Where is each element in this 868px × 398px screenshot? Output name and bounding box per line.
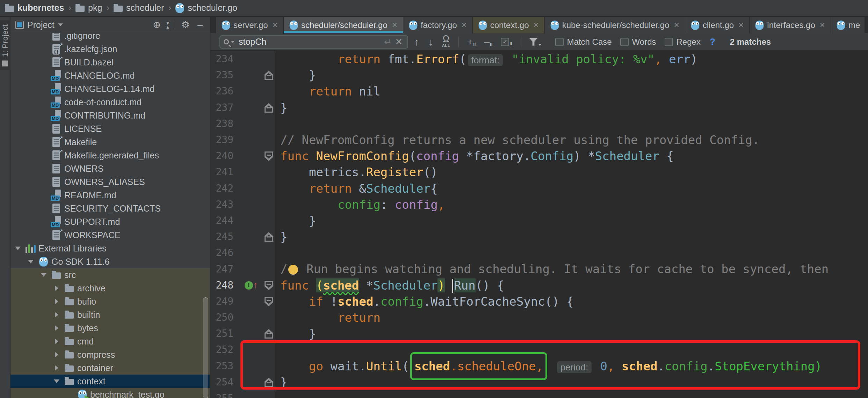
close-icon[interactable]: × bbox=[462, 20, 467, 30]
close-icon[interactable]: × bbox=[674, 20, 679, 30]
project-tool-window-button[interactable]: 1: Project bbox=[0, 20, 10, 70]
tab-me[interactable]: me bbox=[831, 17, 865, 33]
tree-item-code-of-conduct-md[interactable]: code-of-conduct.md bbox=[10, 95, 210, 109]
select-all-occurrences-icon[interactable]: ✓II bbox=[498, 38, 515, 46]
previous-occurrence-icon[interactable]: ↑ bbox=[411, 37, 422, 47]
chevron-down-icon[interactable] bbox=[58, 23, 63, 26]
tab-interfaces-go[interactable]: interfaces.go× bbox=[750, 17, 831, 33]
breadcrumb-item[interactable]: scheduler.go bbox=[175, 3, 237, 13]
tree-item-SECURITY-CONTACTS[interactable]: SECURITY_CONTACTS bbox=[10, 202, 210, 215]
code-line-238[interactable]: 238 bbox=[210, 116, 868, 132]
remove-selection-icon[interactable]: –II bbox=[481, 37, 495, 47]
breadcrumb-item[interactable]: pkg bbox=[75, 3, 102, 13]
search-history-chevron-icon[interactable] bbox=[231, 41, 234, 43]
expand-arrow-icon[interactable] bbox=[13, 247, 22, 250]
code-line-242[interactable]: 242return &Scheduler{ bbox=[210, 180, 868, 197]
fold-end-icon[interactable] bbox=[265, 71, 273, 80]
code-line-244[interactable]: 244} bbox=[210, 213, 868, 229]
fold-end-icon[interactable] bbox=[265, 378, 273, 387]
code-line-245[interactable]: 245} bbox=[210, 229, 868, 245]
fold-end-icon[interactable] bbox=[265, 329, 273, 339]
clear-search-icon[interactable]: ✕ bbox=[394, 37, 404, 47]
tree-item-SUPPORT-md[interactable]: SUPPORT.md bbox=[10, 215, 210, 228]
new-line-icon[interactable]: ↵ bbox=[384, 36, 392, 48]
code-line-246[interactable]: 246 bbox=[210, 245, 868, 261]
gear-icon[interactable]: ⚙ bbox=[179, 20, 192, 30]
tree-item-bytes[interactable]: bytes bbox=[10, 321, 210, 335]
close-icon[interactable]: × bbox=[273, 20, 278, 30]
tab-kube-scheduler-scheduler-go[interactable]: kube-scheduler/scheduler.go× bbox=[545, 17, 685, 33]
breadcrumb-item[interactable]: kubernetes bbox=[5, 3, 64, 13]
search-input[interactable] bbox=[239, 37, 382, 47]
tree-scrollbar[interactable] bbox=[203, 297, 208, 398]
checkbox-icon[interactable] bbox=[555, 38, 564, 46]
expand-arrow-icon[interactable] bbox=[52, 365, 61, 371]
tree-item-benchmark-test-go[interactable]: benchmark_test.go bbox=[10, 388, 210, 398]
tree-item-LICENSE[interactable]: LICENSE bbox=[10, 122, 210, 135]
tree-item-BUILD-bazel[interactable]: ↗BUILD.bazel bbox=[10, 56, 210, 69]
tree-item-Go-SDK-1-11-6[interactable]: Go SDK 1.11.6 bbox=[10, 255, 210, 268]
code-line-240[interactable]: 240func NewFromConfig(config *factory.Co… bbox=[210, 148, 868, 164]
tree-item-container[interactable]: container bbox=[10, 361, 210, 375]
expand-arrow-icon[interactable] bbox=[52, 285, 61, 291]
code-line-234[interactable]: 234return fmt.Errorf(format: "invalid po… bbox=[210, 51, 868, 67]
code-line-251[interactable]: 251} bbox=[210, 326, 868, 342]
code-line-236[interactable]: 236return nil bbox=[210, 83, 868, 99]
code-line-239[interactable]: 239// NewFromConfig returns a new schedu… bbox=[210, 132, 868, 148]
next-occurrence-icon[interactable]: ↓ bbox=[425, 37, 437, 47]
tree-item-External-Libraries[interactable]: External Libraries bbox=[10, 242, 210, 255]
close-icon[interactable]: × bbox=[392, 20, 397, 30]
tree-item-context[interactable]: context bbox=[10, 375, 210, 388]
regex-help-icon[interactable]: ? bbox=[710, 36, 715, 47]
tab-factory-go[interactable]: factory.go× bbox=[403, 17, 473, 33]
code-line-247[interactable]: 247/ Run begins watching and scheduling.… bbox=[210, 261, 868, 277]
code-line-255[interactable]: 255 bbox=[210, 390, 868, 398]
tree-item-builtin[interactable]: builtin bbox=[10, 308, 210, 321]
tree-item-README-md[interactable]: README.md bbox=[10, 189, 210, 202]
code-line-250[interactable]: 250return bbox=[210, 310, 868, 326]
tree-item-CONTRIBUTING-md[interactable]: CONTRIBUTING.md bbox=[10, 109, 210, 122]
checkbox-icon[interactable] bbox=[620, 38, 629, 46]
tree-item-CHANGELOG-1-14-md[interactable]: CHANGELOG-1.14.md bbox=[10, 82, 210, 95]
code-editor[interactable]: 234return fmt.Errorf(format: "invalid po… bbox=[210, 51, 868, 398]
tree-item-OWNERS-ALIASES[interactable]: OWNERS_ALIASES bbox=[10, 175, 210, 189]
expand-arrow-icon[interactable] bbox=[52, 312, 61, 318]
project-panel-title[interactable]: Project bbox=[27, 20, 55, 30]
code-line-235[interactable]: 235} bbox=[210, 67, 868, 83]
fold-start-icon[interactable] bbox=[265, 281, 273, 290]
tree-item-OWNERS[interactable]: OWNERS bbox=[10, 162, 210, 175]
tab-context-go[interactable]: context.go× bbox=[473, 17, 545, 33]
tree-item-Makefile-generated-files[interactable]: ↗Makefile.generated_files bbox=[10, 149, 210, 162]
locate-icon[interactable]: ⊕ bbox=[151, 20, 163, 30]
fold-end-icon[interactable] bbox=[265, 232, 273, 242]
tree-item-archive[interactable]: archive bbox=[10, 282, 210, 295]
tree-item-CHANGELOG-md[interactable]: CHANGELOG.md bbox=[10, 69, 210, 82]
fold-end-icon[interactable] bbox=[265, 103, 273, 113]
option-match-case[interactable]: Match Case bbox=[555, 37, 612, 47]
tab-scheduler-scheduler-go[interactable]: scheduler/scheduler.go× bbox=[284, 17, 403, 33]
find-all-icon[interactable]: ΩALL bbox=[439, 35, 453, 49]
implements-icon[interactable] bbox=[245, 281, 253, 290]
search-icon[interactable] bbox=[224, 39, 229, 44]
option-words[interactable]: Words bbox=[620, 37, 656, 47]
tab-client-go[interactable]: client.go× bbox=[685, 17, 750, 33]
filter-icon[interactable] bbox=[527, 38, 544, 46]
tree-item-Makefile[interactable]: ↗Makefile bbox=[10, 135, 210, 149]
code-line-249[interactable]: 249if !sched.config.WaitForCacheSync() { bbox=[210, 293, 868, 310]
close-icon[interactable]: × bbox=[533, 20, 538, 30]
expand-arrow-icon[interactable] bbox=[52, 352, 61, 357]
code-line-237[interactable]: 237} bbox=[210, 100, 868, 116]
tree-item--kazelcfg-json[interactable]: ↗.kazelcfg.json bbox=[10, 42, 210, 56]
code-line-241[interactable]: 241metrics.Register() bbox=[210, 164, 868, 180]
expand-arrow-icon[interactable] bbox=[52, 339, 61, 344]
expand-arrow-icon[interactable] bbox=[26, 260, 35, 263]
expand-arrow-icon[interactable] bbox=[52, 379, 61, 383]
breadcrumb-item[interactable]: scheduler bbox=[114, 3, 164, 13]
fold-start-icon[interactable] bbox=[265, 151, 273, 161]
expand-arrow-icon[interactable] bbox=[39, 273, 48, 277]
tree-item-cmd[interactable]: cmd bbox=[10, 335, 210, 348]
code-line-253[interactable]: 253go wait.Until(sched.scheduleOne, peri… bbox=[210, 358, 868, 374]
expand-arrow-icon[interactable] bbox=[52, 299, 61, 304]
tree-item-src[interactable]: src bbox=[10, 268, 210, 282]
option-regex[interactable]: Regex bbox=[665, 37, 701, 47]
